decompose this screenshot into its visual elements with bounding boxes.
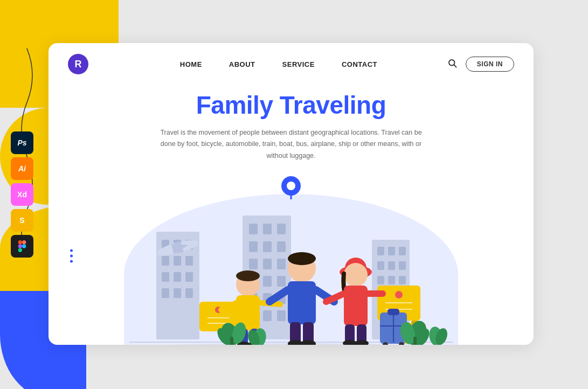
hero-section: Family Traveling Travel is the movement … [49, 85, 534, 162]
svg-rect-29 [277, 241, 286, 252]
logo-letter: R [75, 59, 82, 70]
svg-rect-24 [249, 224, 258, 234]
svg-rect-41 [277, 310, 286, 321]
svg-rect-50 [388, 276, 395, 284]
svg-rect-46 [377, 261, 384, 270]
svg-rect-34 [263, 276, 272, 287]
svg-rect-31 [263, 259, 272, 269]
nav-contact[interactable]: CONTACT [342, 60, 377, 68]
navbar: R HOME ABOUT SERVICE CONTACT SIGN IN [49, 43, 534, 85]
svg-rect-22 [185, 288, 193, 298]
svg-point-68 [395, 291, 403, 298]
svg-rect-1 [22, 240, 26, 244]
tool-sketch[interactable]: S [11, 209, 33, 232]
nav-right: SIGN IN [447, 57, 514, 72]
svg-point-4 [22, 244, 26, 248]
nav-logo[interactable]: R [68, 54, 88, 74]
svg-rect-27 [249, 241, 258, 252]
main-illustration [49, 156, 534, 345]
svg-rect-32 [277, 259, 286, 269]
svg-rect-15 [174, 256, 181, 266]
nav-about[interactable]: ABOUT [229, 60, 255, 68]
search-icon[interactable] [447, 58, 457, 70]
svg-point-72 [236, 270, 260, 281]
svg-rect-49 [377, 276, 384, 284]
svg-rect-17 [162, 272, 169, 282]
svg-rect-28 [263, 241, 272, 252]
svg-rect-44 [388, 247, 395, 255]
hero-title: Family Traveling [92, 91, 490, 120]
svg-point-97 [343, 340, 357, 345]
svg-rect-19 [185, 272, 193, 282]
svg-rect-3 [18, 248, 22, 252]
svg-rect-40 [263, 310, 272, 321]
svg-rect-18 [174, 272, 181, 282]
svg-rect-100 [388, 309, 399, 315]
svg-rect-48 [399, 261, 406, 270]
nav-home[interactable]: HOME [180, 60, 202, 68]
svg-rect-2 [18, 244, 22, 248]
svg-rect-35 [277, 276, 286, 287]
svg-rect-26 [277, 224, 286, 234]
svg-rect-47 [388, 261, 395, 270]
svg-rect-117 [413, 337, 417, 345]
tool-illustrator[interactable]: Ai [11, 157, 33, 180]
signin-button[interactable]: SIGN IN [466, 57, 514, 72]
tool-xd[interactable]: Xd [11, 183, 33, 206]
tool-figma[interactable] [11, 235, 33, 258]
svg-point-98 [355, 340, 369, 345]
svg-rect-43 [377, 247, 384, 255]
svg-rect-51 [399, 276, 406, 284]
svg-rect-20 [162, 288, 169, 298]
tools-panel: Ps Ai Xd S [11, 131, 33, 258]
svg-line-6 [454, 65, 456, 67]
svg-rect-16 [185, 256, 193, 266]
tool-photoshop[interactable]: Ps [11, 131, 33, 154]
svg-point-9 [287, 182, 295, 190]
svg-rect-0 [18, 240, 22, 244]
svg-rect-82 [288, 281, 316, 324]
svg-rect-92 [344, 286, 368, 326]
svg-rect-111 [230, 337, 233, 345]
svg-point-91 [344, 263, 368, 287]
main-card: R HOME ABOUT SERVICE CONTACT SIGN IN Fam… [49, 43, 534, 345]
svg-rect-21 [174, 288, 181, 298]
svg-rect-30 [249, 259, 258, 269]
svg-rect-45 [399, 247, 406, 255]
nav-links: HOME ABOUT SERVICE CONTACT [110, 60, 447, 68]
illustration-area [49, 156, 534, 345]
svg-rect-25 [263, 224, 272, 234]
svg-point-81 [288, 252, 316, 265]
svg-rect-14 [162, 256, 169, 266]
nav-service[interactable]: SERVICE [282, 60, 315, 68]
